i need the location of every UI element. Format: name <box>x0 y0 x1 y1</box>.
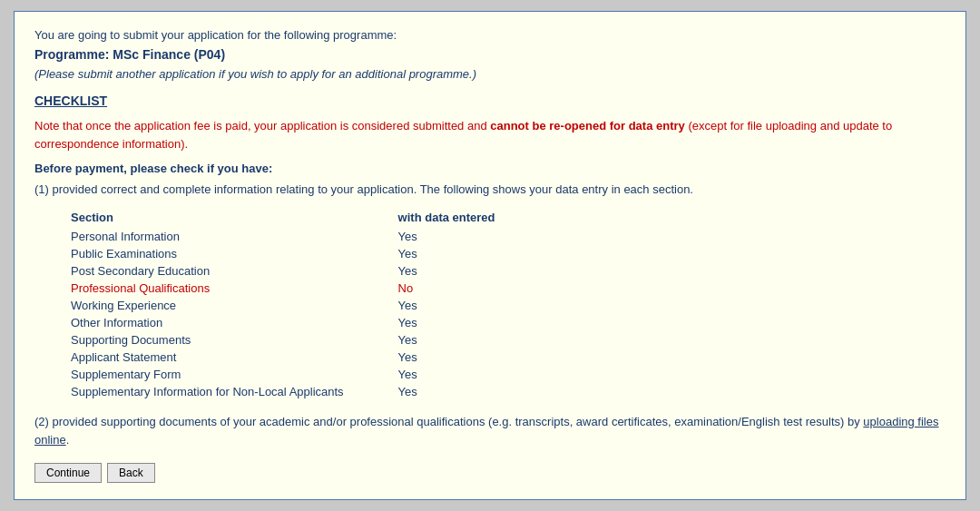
table-row: Supplementary FormYes <box>71 366 495 383</box>
section-cell: Professional Qualifications <box>71 280 398 297</box>
supporting-docs-text: (2) provided supporting documents of you… <box>34 413 946 448</box>
before-payment-text: Before payment, please check if you have… <box>34 162 946 175</box>
table-row: Supplementary Information for Non-Local … <box>71 383 495 400</box>
section-cell: Personal Information <box>71 228 398 245</box>
provided-text: (1) provided correct and complete inform… <box>34 182 946 196</box>
status-cell: Yes <box>398 314 495 331</box>
table-row: Public ExaminationsYes <box>71 245 495 262</box>
section-cell: Post Secondary Education <box>71 262 398 280</box>
warning-bold: cannot be re-opened for data entry <box>490 119 685 133</box>
table-row: Professional QualificationsNo <box>71 280 495 297</box>
supporting-prefix: (2) provided supporting documents of you… <box>34 415 863 428</box>
table-row: Other InformationYes <box>71 314 495 331</box>
continue-button[interactable]: Continue <box>34 463 102 483</box>
section-cell: Public Examinations <box>71 245 398 262</box>
intro-text: You are going to submit your application… <box>34 28 946 42</box>
status-cell: Yes <box>398 297 495 314</box>
status-cell: Yes <box>398 228 495 245</box>
table-row: Supporting DocumentsYes <box>71 331 495 349</box>
supporting-suffix: . <box>66 433 70 447</box>
status-cell: Yes <box>398 245 495 262</box>
table-row: Applicant StatementYes <box>71 349 495 366</box>
table-row: Personal InformationYes <box>71 228 495 245</box>
checklist-heading: CHECKLIST <box>34 93 946 108</box>
status-cell: Yes <box>398 383 495 400</box>
back-button[interactable]: Back <box>107 463 155 483</box>
status-cell: Yes <box>398 262 495 280</box>
checklist-table: Section with data entered Personal Infor… <box>71 209 495 400</box>
button-row: Continue Back <box>34 463 946 483</box>
col-section-header: Section <box>71 209 398 228</box>
section-cell: Supplementary Form <box>71 366 398 383</box>
warning-text: Note that once the application fee is pa… <box>34 117 946 152</box>
section-cell: Other Information <box>71 314 398 331</box>
italic-note: (Please submit another application if yo… <box>34 67 946 81</box>
status-cell: Yes <box>398 366 495 383</box>
section-cell: Supplementary Information for Non-Local … <box>71 383 398 400</box>
status-cell: Yes <box>398 349 495 366</box>
section-cell: Applicant Statement <box>71 349 398 366</box>
table-row: Post Secondary EducationYes <box>71 262 495 280</box>
warning-normal: Note that once the application fee is pa… <box>34 119 490 133</box>
main-container: You are going to submit your application… <box>14 11 966 500</box>
table-row: Working ExperienceYes <box>71 297 495 314</box>
programme-title: Programme: MSc Finance (P04) <box>34 47 946 62</box>
status-cell: No <box>398 280 495 297</box>
section-cell: Working Experience <box>71 297 398 314</box>
section-cell: Supporting Documents <box>71 331 398 349</box>
status-cell: Yes <box>398 331 495 349</box>
col-status-header: with data entered <box>398 209 495 228</box>
